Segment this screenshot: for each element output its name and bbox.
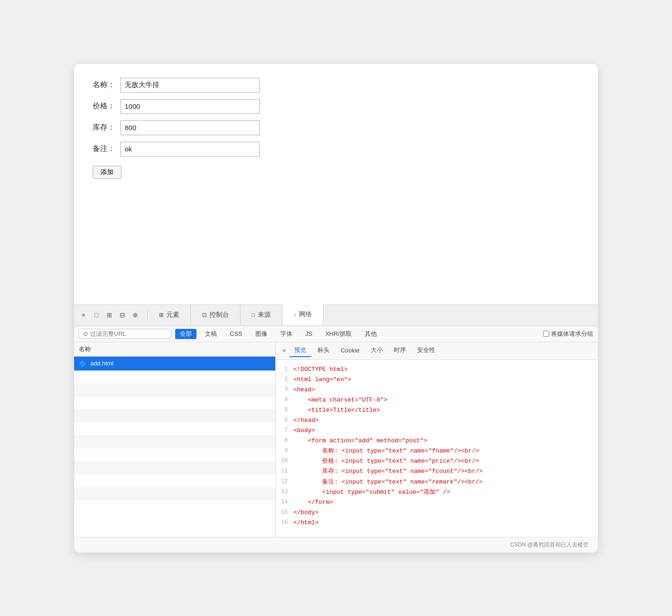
file-list: 名称 🔷 add.html [74,342,276,537]
network-label: 网络 [299,310,312,319]
devtools-toolbar: × □ ⊞ ⊟ ⊕ ⊞ 元素 ⊡ 控制台 □ 来源 ↓ 网络 [74,305,598,326]
line-content: <!DOCTYPE html> [293,365,348,375]
code-line: 2<html lang="en"> [276,375,598,385]
code-line: 9 名称: <input type="text" name="fname"/><… [276,446,598,456]
tab-preview[interactable]: 预览 [290,344,311,357]
code-line: 5 <title>Title</title> [276,405,598,415]
inspect-icon[interactable]: □ [92,310,101,320]
toolbar-icons: × □ ⊞ ⊟ ⊕ [79,310,148,320]
empty-row-6 [74,435,275,448]
code-line: 8 <form action="add" method="post"> [276,436,598,446]
tab-elements[interactable]: ⊞ 元素 [148,304,191,326]
preview-tabs: × 预览 标头 Cookie 大小 时序 安全性 [276,342,598,360]
empty-row-7 [74,448,275,461]
empty-row-2 [74,383,275,396]
filter-bar: ⊙ 全部 文稿 CSS 图像 字体 JS XHR/抓取 其他 将媒体请求分组 [74,326,598,342]
tab-timing[interactable]: 时序 [389,344,411,357]
line-content: 名称: <input type="text" name="fname"/><br… [293,446,479,456]
empty-row-5 [74,422,275,435]
submit-button[interactable]: 添加 [93,166,121,179]
filter-font-button[interactable]: 字体 [276,329,297,339]
line-content: <input type="submit" value="添加" /> [293,487,450,497]
line-number: 3 [280,385,293,395]
name-label: 名称： [93,80,120,90]
file-item-add-html[interactable]: 🔷 add.html [74,357,275,371]
code-line: 12 备注: <input type="text" name="remark"/… [276,477,598,487]
line-number: 7 [280,426,293,436]
line-content: 库存: <input type="text" name="fcount"/><b… [293,466,482,477]
tab-size[interactable]: 大小 [366,344,387,357]
line-content: 价格: <input type="text" name="price"/><br… [293,456,479,466]
filter-css-button[interactable]: CSS [225,329,247,338]
filter-img-button[interactable]: 图像 [251,329,272,339]
line-content: </head> [293,415,319,426]
browser-window: 名称： 价格： 库存： 备注： 添加 × □ ⊞ ⊟ ⊕ [74,64,598,553]
code-line: 7<body> [276,426,598,436]
line-content: <title>Title</title> [293,405,380,415]
line-number: 1 [280,365,293,375]
console-label: 控制台 [209,311,229,319]
code-view: 1<!DOCTYPE html>2<html lang="en">3<head>… [276,360,598,533]
tab-security[interactable]: 安全性 [412,344,440,357]
line-content: <head> [293,385,315,395]
line-number: 10 [280,456,293,466]
col-name-header: 名称 [79,345,91,353]
stock-input[interactable] [120,120,260,135]
group-media-label[interactable]: 将媒体请求分组 [543,330,593,338]
code-line: 11 库存: <input type="text" name="fcount"/… [276,466,598,477]
line-content: 备注: <input type="text" name="remark"/><b… [293,477,482,487]
sources-icon: □ [252,312,255,318]
code-line: 1<!DOCTYPE html> [276,365,598,375]
filter-url-input[interactable] [90,330,164,337]
group-media-text: 将媒体请求分组 [551,330,593,338]
device-icon[interactable]: ⊞ [105,310,114,320]
devtools-panel: × □ ⊞ ⊟ ⊕ ⊞ 元素 ⊡ 控制台 □ 来源 ↓ 网络 [74,305,598,537]
console-icon: ⊡ [202,312,207,318]
tab-console[interactable]: ⊡ 控制台 [191,304,241,326]
line-number: 13 [280,487,293,497]
line-content: <body> [293,426,315,436]
filter-input-wrap: ⊙ [79,329,171,339]
filter-js-button[interactable]: JS [301,329,317,338]
filter-xhr-button[interactable]: XHR/抓取 [321,329,356,339]
filter-doc-button[interactable]: 文稿 [200,329,222,339]
price-label: 价格： [93,101,120,111]
name-input[interactable] [120,78,260,93]
elements-label: 元素 [166,311,179,319]
code-line: 10 价格: <input type="text" name="price"/>… [276,456,598,466]
line-number: 8 [280,436,293,446]
tab-sources[interactable]: □ 来源 [241,304,282,326]
filter-all-button[interactable]: 全部 [175,329,197,339]
empty-row-8 [74,461,275,474]
remark-input[interactable] [120,142,260,157]
file-icon: 🔷 [79,360,87,367]
screenshot-icon[interactable]: ⊟ [118,310,127,320]
file-name-text: add.html [90,360,114,367]
filter-other-button[interactable]: 其他 [360,329,381,339]
group-media-checkbox[interactable] [543,331,549,337]
footer: CSDN @蓦然回首却已人去楼空 [74,537,598,553]
tab-cookie[interactable]: Cookie [336,345,364,357]
line-number: 11 [280,466,293,477]
network-icon: ↓ [293,311,296,318]
empty-row-10 [74,487,275,500]
elements-icon: ⊞ [159,312,164,318]
form-name-row: 名称： [93,78,579,93]
tab-headers[interactable]: 标头 [313,344,334,357]
location-icon[interactable]: ⊕ [131,310,140,320]
close-devtools-icon[interactable]: × [79,310,88,320]
line-number: 16 [280,518,293,528]
empty-row-9 [74,474,275,487]
preview-close-icon[interactable]: × [280,345,288,356]
line-content: </html> [293,518,319,528]
line-content: <form action="add" method="post"> [293,436,427,446]
price-input[interactable] [120,99,260,114]
line-content: <html lang="en"> [293,375,351,385]
line-number: 14 [280,497,293,508]
empty-row-1 [74,371,275,383]
tab-network[interactable]: ↓ 网络 [282,304,323,326]
line-content: <meta charset="UTF-8"> [293,395,387,405]
form-submit-row: 添加 [93,163,579,179]
line-number: 15 [280,508,293,518]
code-line: 3<head> [276,385,598,395]
